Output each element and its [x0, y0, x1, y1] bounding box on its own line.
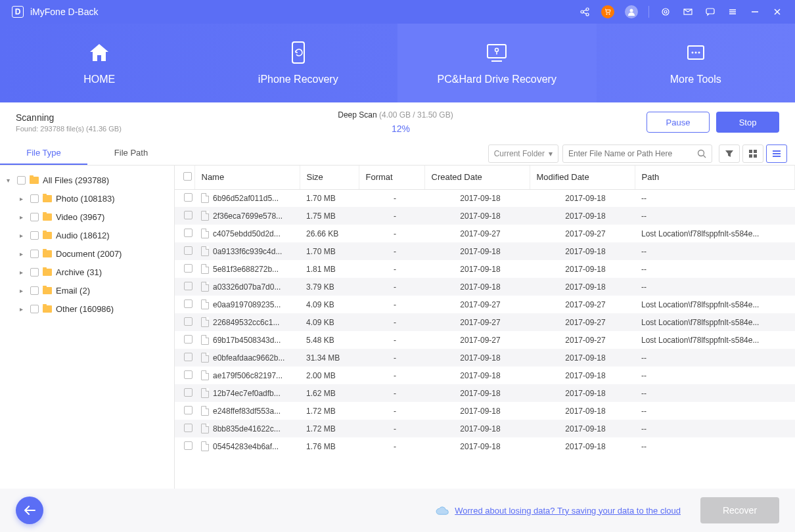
tree-item[interactable]: ▸Other (160986) — [0, 299, 174, 318]
stop-button[interactable]: Stop — [716, 112, 779, 133]
row-checkbox[interactable] — [184, 229, 193, 237]
row-checkbox[interactable] — [184, 370, 193, 379]
file-format: - — [359, 384, 424, 402]
table-row[interactable]: 69b17b4508343d... 5.48 KB - 2017-09-27 2… — [175, 331, 795, 349]
row-checkbox[interactable] — [184, 246, 193, 255]
minimize-icon[interactable] — [749, 6, 761, 18]
file-created: 2017-09-18 — [424, 242, 530, 260]
table-row[interactable]: 5e81f3e688272b... 1.81 MB - 2017-09-18 2… — [175, 260, 795, 278]
tree-label: Video (3967) — [56, 212, 104, 222]
nav-iphone-recovery[interactable]: iPhone Recovery — [199, 24, 398, 102]
back-button[interactable] — [16, 497, 43, 524]
file-icon — [201, 264, 209, 274]
cart-icon[interactable] — [601, 5, 614, 18]
row-checkbox[interactable] — [184, 264, 193, 273]
table-row[interactable]: 6b96d52af011d5... 1.70 MB - 2017-09-18 2… — [175, 189, 795, 207]
row-checkbox[interactable] — [184, 406, 193, 414]
select-all-checkbox[interactable] — [183, 172, 192, 181]
table-row[interactable]: ae179f506c82197... 2.00 MB - 2017-09-18 … — [175, 366, 795, 384]
table-row[interactable]: e0bfeafdaac9662b... 31.34 MB - 2017-09-1… — [175, 349, 795, 366]
table-row[interactable]: 12b74ec7ef0adfb... 1.62 MB - 2017-09-18 … — [175, 384, 795, 402]
row-checkbox[interactable] — [184, 335, 193, 344]
table-row[interactable]: 2f36eca7699e578... 1.75 MB - 2017-09-18 … — [175, 207, 795, 225]
close-icon[interactable] — [771, 6, 783, 18]
tree-item[interactable]: ▸Photo (108183) — [0, 189, 174, 208]
file-size: 4.09 KB — [300, 313, 359, 331]
tree-label: Archive (31) — [56, 267, 102, 277]
table-row[interactable]: 05454283e4b6af... 1.76 MB - 2017-09-18 2… — [175, 437, 795, 455]
menu-icon[interactable] — [727, 6, 738, 18]
feedback-icon[interactable] — [704, 6, 716, 18]
file-created: 2017-09-18 — [424, 349, 530, 366]
avatar-icon[interactable] — [625, 5, 638, 18]
col-path[interactable]: Path — [635, 166, 795, 189]
svg-point-26 — [698, 52, 700, 54]
file-modified: 2017-09-27 — [530, 296, 635, 313]
grid-view-button[interactable] — [742, 144, 763, 163]
search-icon[interactable] — [697, 149, 706, 158]
col-modified[interactable]: Modified Date — [530, 166, 635, 189]
list-view-button[interactable] — [766, 144, 787, 163]
table-row[interactable]: c4075ebdd50d2d... 26.66 KB - 2017-09-27 … — [175, 225, 795, 242]
home-icon — [87, 41, 111, 64]
file-size: 1.72 MB — [300, 402, 359, 420]
table-row[interactable]: a03326d07ba7d0... 3.79 KB - 2017-09-18 2… — [175, 278, 795, 296]
row-checkbox[interactable] — [184, 353, 193, 361]
row-checkbox[interactable] — [184, 193, 193, 202]
col-name[interactable]: Name — [194, 166, 300, 189]
tree-checkbox[interactable] — [30, 286, 39, 295]
table-row[interactable]: 8bb835de41622c... 1.72 MB - 2017-09-18 2… — [175, 420, 795, 437]
col-size[interactable]: Size — [300, 166, 359, 189]
tree-item[interactable]: ▸Document (2007) — [0, 244, 174, 263]
col-created[interactable]: Created Date — [424, 166, 530, 189]
nav-more-tools[interactable]: More Tools — [597, 24, 796, 102]
tree-item[interactable]: ▸Audio (18612) — [0, 226, 174, 244]
tree-checkbox[interactable] — [30, 231, 39, 240]
tree-checkbox[interactable] — [30, 213, 39, 221]
pause-button[interactable]: Pause — [647, 112, 710, 133]
tree-checkbox[interactable] — [30, 250, 39, 258]
recover-button[interactable]: Recover — [700, 497, 779, 523]
filter-button[interactable] — [719, 144, 740, 163]
tree-item[interactable]: ▸Video (3967) — [0, 208, 174, 226]
row-checkbox[interactable] — [184, 282, 193, 290]
chevron-icon: ▸ — [20, 269, 26, 276]
tab-file-path[interactable]: File Path — [87, 142, 175, 165]
col-format[interactable]: Format — [359, 166, 424, 189]
tree-item[interactable]: ▾All Files (293788) — [0, 171, 174, 189]
search-input[interactable] — [568, 149, 697, 158]
tree-checkbox[interactable] — [30, 268, 39, 277]
file-format: - — [359, 278, 424, 296]
tab-file-type[interactable]: File Type — [0, 142, 87, 165]
file-size: 1.75 MB — [300, 207, 359, 225]
table-row[interactable]: e0aa9197089235... 4.09 KB - 2017-09-27 2… — [175, 296, 795, 313]
table-row[interactable]: 226849532cc6c1... 4.09 KB - 2017-09-27 2… — [175, 313, 795, 331]
row-checkbox[interactable] — [184, 211, 193, 219]
tree-checkbox[interactable] — [30, 194, 39, 203]
svg-point-6 — [609, 14, 610, 15]
settings-icon[interactable] — [660, 6, 671, 18]
file-created: 2017-09-27 — [424, 225, 530, 242]
row-checkbox[interactable] — [184, 441, 193, 450]
table-row[interactable]: e248ffef83df553a... 1.72 MB - 2017-09-18… — [175, 402, 795, 420]
file-created: 2017-09-18 — [424, 366, 530, 384]
cloud-link[interactable]: Worred about losing data? Try saving you… — [455, 506, 681, 516]
file-icon — [201, 282, 209, 292]
share-icon[interactable] — [579, 6, 591, 18]
row-checkbox[interactable] — [184, 388, 193, 397]
folder-scope-select[interactable]: Current Folder ▾ — [488, 144, 558, 163]
mail-icon[interactable] — [682, 6, 694, 18]
row-checkbox[interactable] — [184, 317, 193, 326]
tree-item[interactable]: ▸Archive (31) — [0, 263, 174, 281]
tree-checkbox[interactable] — [17, 176, 26, 185]
row-checkbox[interactable] — [184, 299, 193, 308]
nav-pc-recovery[interactable]: PC&Hard Drive Recovery — [398, 24, 597, 102]
search-box[interactable] — [562, 144, 712, 163]
app-logo-icon: D — [12, 6, 24, 18]
nav-home[interactable]: HOME — [0, 24, 199, 102]
tree-checkbox[interactable] — [30, 305, 39, 313]
table-row[interactable]: 0a9133f6c939c4d... 1.70 MB - 2017-09-18 … — [175, 242, 795, 260]
tree-item[interactable]: ▸Email (2) — [0, 281, 174, 299]
row-checkbox[interactable] — [184, 424, 193, 432]
file-size: 2.00 MB — [300, 366, 359, 384]
